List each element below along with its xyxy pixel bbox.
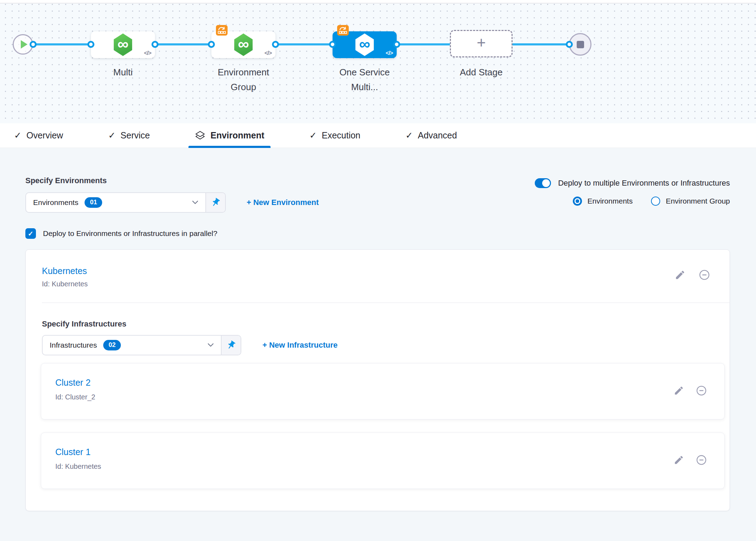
environment-card: Kubernetes Id: Kubernetes Specify Infras… (25, 249, 730, 511)
radio-selected-icon[interactable] (573, 197, 582, 206)
environment-id: Id: Kubernetes (42, 280, 88, 288)
stage-node-one-service-multi[interactable]: ∞ </> (333, 31, 397, 58)
tab-label: Overview (26, 130, 63, 141)
connector-point (208, 41, 215, 48)
pencil-icon (675, 269, 686, 280)
pipeline-edge (275, 43, 333, 45)
radio-unselected-icon[interactable] (651, 197, 660, 206)
radio-label: Environments (588, 197, 633, 205)
looping-strategy-icon (216, 25, 228, 36)
connector-point (566, 41, 573, 48)
environment-tab-panel: Specify Environments Environments 01 + N… (0, 148, 756, 540)
parallel-checkbox[interactable]: ✓ (25, 228, 36, 239)
environments-dropdown[interactable]: Environments 01 (25, 192, 226, 213)
parallel-checkbox-label: Deploy to Environments or Infrastructure… (43, 229, 217, 238)
pushpin-icon (224, 338, 238, 352)
pushpin-icon (209, 196, 223, 210)
infrastructure-id: Id: Cluster_2 (55, 393, 95, 401)
pipeline-edge (155, 43, 211, 45)
card-divider (42, 303, 730, 303)
new-environment-link[interactable]: + New Environment (247, 198, 319, 207)
chevron-down-icon[interactable] (192, 200, 198, 205)
stop-icon (577, 41, 584, 48)
check-icon: ✓ (309, 130, 317, 141)
dropdown-value: Infrastructures (50, 341, 97, 349)
tab-label: Execution (322, 130, 360, 141)
radio-label: Environment Group (666, 197, 730, 205)
code-icon: </> (265, 50, 272, 56)
cd-hexagon-icon: ∞ (233, 33, 254, 56)
minus-circle-icon (696, 455, 707, 465)
edit-infrastructure-button[interactable] (674, 385, 684, 396)
pin-input-type-button[interactable] (221, 336, 241, 355)
tab-label: Service (120, 130, 150, 141)
pipeline-edge (513, 43, 569, 45)
count-badge: 02 (103, 340, 121, 350)
pencil-icon (674, 385, 684, 396)
connector-point (272, 41, 279, 48)
plus-icon: + (477, 35, 486, 50)
remove-environment-button[interactable] (699, 269, 710, 280)
play-icon (21, 40, 27, 49)
remove-infrastructure-button[interactable] (696, 385, 707, 396)
pipeline-edge (397, 43, 450, 45)
tab-overview[interactable]: ✓ Overview (8, 123, 69, 148)
new-infrastructure-link[interactable]: + New Infrastructure (262, 341, 337, 350)
infrastructure-name-link[interactable]: Cluster 2 (55, 378, 91, 388)
add-stage-label: Add Stage (451, 65, 511, 80)
stage-label: Environment Group (213, 65, 273, 94)
infrastructure-card: Cluster 1 Id: Kubernetes (41, 433, 725, 489)
connector-point (329, 41, 336, 48)
tab-execution[interactable]: ✓ Execution (303, 123, 367, 148)
stage-node-environment-group[interactable]: ∞ </> (211, 31, 275, 58)
dropdown-main[interactable]: Infrastructures 02 (43, 336, 221, 355)
tab-label: Environment (210, 130, 264, 141)
pin-input-type-button[interactable] (205, 193, 225, 212)
stage-label: Multi (93, 65, 153, 80)
infrastructures-dropdown[interactable]: Infrastructures 02 (42, 335, 241, 355)
environment-layers-icon (195, 130, 205, 141)
tab-advanced[interactable]: ✓ Advanced (399, 123, 463, 148)
connector-point (393, 41, 400, 48)
remove-infrastructure-button[interactable] (696, 455, 707, 465)
connector-point (30, 41, 37, 48)
code-icon: </> (144, 50, 151, 56)
stage-node-multi[interactable]: ∞ </> (91, 31, 155, 58)
connector-point (151, 41, 159, 48)
tab-service[interactable]: ✓ Service (102, 123, 156, 148)
stage-label: One Service Multi... (335, 65, 395, 94)
top-strip (0, 0, 756, 4)
edit-infrastructure-button[interactable] (674, 455, 684, 465)
chevron-down-icon[interactable] (207, 343, 214, 347)
pencil-icon (674, 455, 684, 465)
dropdown-main[interactable]: Environments 01 (26, 193, 205, 212)
deploy-multiple-toggle[interactable] (535, 178, 551, 188)
cd-hexagon-icon: ∞ (354, 33, 375, 56)
check-icon: ✓ (14, 130, 21, 141)
environment-name-link[interactable]: Kubernetes (42, 266, 87, 276)
check-icon: ✓ (405, 130, 413, 141)
specify-infrastructures-heading: Specify Infrastructures (42, 319, 126, 329)
add-stage-button[interactable]: + (450, 30, 513, 57)
count-badge: 01 (85, 197, 102, 208)
cd-hexagon-icon: ∞ (113, 33, 133, 56)
stage-tabbar: ✓ Overview ✓ Service Environment ✓ Execu… (0, 123, 756, 148)
pipeline-canvas: ∞ </> ∞ </> ∞ </> (0, 4, 756, 123)
dropdown-value: Environments (33, 198, 78, 207)
check-icon: ✓ (108, 130, 116, 141)
tab-environment[interactable]: Environment (188, 123, 271, 148)
specify-environments-heading: Specify Environments (25, 176, 107, 185)
connector-point (87, 41, 94, 48)
tab-label: Advanced (418, 130, 457, 141)
minus-circle-icon (699, 269, 710, 280)
infrastructure-name-link[interactable]: Cluster 1 (55, 447, 91, 457)
edit-environment-button[interactable] (675, 269, 686, 280)
minus-circle-icon (696, 385, 707, 396)
radio-environment-group[interactable]: Environment Group (651, 197, 730, 206)
deploy-options-block: Deploy to multiple Environments or Infra… (535, 178, 730, 206)
radio-environments[interactable]: Environments (573, 197, 633, 206)
infrastructure-id: Id: Kubernetes (55, 462, 101, 471)
environment-type-radios: Environments Environment Group (573, 197, 730, 206)
code-icon: </> (386, 50, 393, 56)
parallel-checkbox-row: ✓ Deploy to Environments or Infrastructu… (25, 228, 217, 239)
